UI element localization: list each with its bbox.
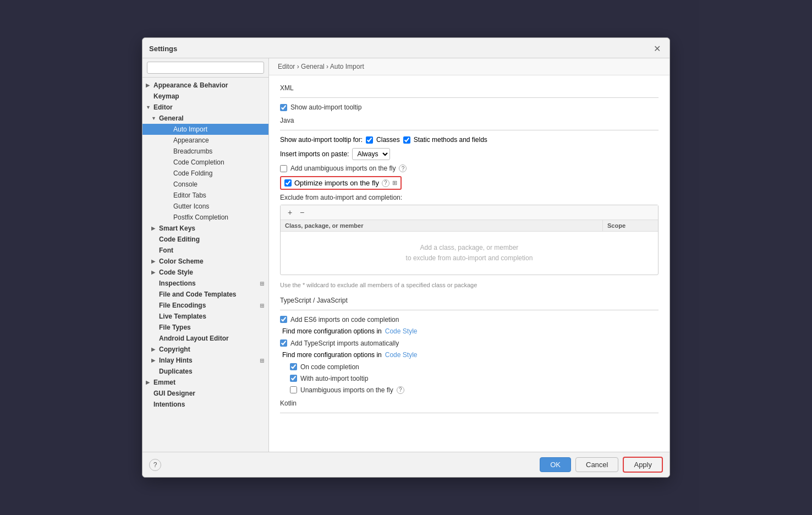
kotlin-section-label: Kotlin (280, 399, 659, 407)
expand-icon (166, 171, 171, 176)
expand-icon (151, 369, 157, 374)
ts-find-more2-row: Find more configuration options in Code … (282, 351, 659, 359)
sidebar-item-gutter-icons[interactable]: Gutter Icons (142, 201, 268, 212)
optimize-imports-help-icon[interactable]: ? (382, 179, 389, 187)
sidebar-item-file-code-templates[interactable]: File and Code Templates (142, 289, 268, 300)
sidebar-item-android-layout-editor[interactable]: Android Layout Editor (142, 333, 268, 344)
ts-on-code-completion-checkbox[interactable] (290, 363, 297, 370)
expand-icon (151, 281, 157, 286)
dialog-body: ▶ Appearance & Behavior Keymap ▼ Editor (142, 58, 670, 452)
table-empty-message: Add a class, package, or member to exclu… (281, 232, 658, 275)
sidebar-item-smart-keys[interactable]: ▶ Smart Keys (142, 223, 268, 234)
content-area: XML Show auto-import tooltip Java Show a… (269, 75, 670, 452)
cancel-button[interactable]: Cancel (575, 457, 618, 472)
sidebar-item-duplicates[interactable]: Duplicates (142, 366, 268, 377)
xml-show-tooltip-label: Show auto-import tooltip (290, 103, 361, 111)
optimize-imports-highlight: Optimize imports on the fly ? ⊞ (280, 176, 402, 190)
java-divider (280, 130, 659, 130)
sidebar-item-editor-tabs[interactable]: Editor Tabs (142, 190, 268, 201)
sidebar-item-code-folding[interactable]: Code Folding (142, 168, 268, 179)
ts-add-es6-checkbox[interactable] (280, 316, 287, 323)
title-bar: Settings ✕ (142, 38, 670, 58)
xml-divider (280, 97, 659, 98)
col-name-header: Class, package, or member (281, 220, 603, 231)
sidebar-item-appearance[interactable]: Appearance (142, 135, 268, 146)
sidebar-item-gui-designer[interactable]: GUI Designer (142, 388, 268, 399)
sidebar: ▶ Appearance & Behavior Keymap ▼ Editor (142, 58, 269, 452)
expand-icon (151, 237, 157, 242)
help-button[interactable]: ? (149, 459, 161, 471)
sidebar-item-editor[interactable]: ▼ Editor (142, 102, 268, 113)
sidebar-item-keymap[interactable]: Keymap (142, 91, 268, 102)
sidebar-item-general[interactable]: ▼ General (142, 113, 268, 124)
expand-icon (146, 391, 151, 396)
optimize-imports-copy-icon[interactable]: ⊞ (392, 179, 397, 187)
ts-on-code-completion-label: On code completion (300, 363, 359, 371)
dialog-footer: ? OK Cancel Apply (142, 452, 670, 477)
expand-icon: ▶ (151, 270, 157, 275)
sidebar-item-console[interactable]: Console (142, 179, 268, 190)
add-unambiguous-checkbox[interactable] (280, 165, 287, 172)
sidebar-item-inlay-hints[interactable]: ▶ Inlay Hints ⊞ (142, 355, 268, 366)
optimize-imports-checkbox[interactable] (284, 179, 292, 187)
remove-exclude-button[interactable]: − (297, 207, 307, 217)
xml-show-tooltip-checkbox[interactable] (280, 104, 287, 111)
ts-add-ts-checkbox[interactable] (280, 339, 287, 347)
sidebar-item-postfix-completion[interactable]: Postfix Completion (142, 212, 268, 223)
java-classes-checkbox[interactable] (366, 136, 373, 144)
ts-add-ts-row: Add TypeScript imports automatically (280, 339, 659, 347)
sidebar-item-appearance-behavior[interactable]: ▶ Appearance & Behavior (142, 80, 268, 91)
ts-unambiguous-checkbox[interactable] (290, 386, 297, 393)
expand-icon (151, 303, 157, 308)
col-scope-header: Scope (603, 220, 658, 231)
wildcard-note: Use the * wildcard to exclude all member… (280, 281, 659, 290)
sidebar-item-code-completion[interactable]: Code Completion (142, 157, 268, 168)
sidebar-item-file-encodings[interactable]: File Encodings ⊞ (142, 300, 268, 311)
sidebar-item-font[interactable]: Font (142, 245, 268, 256)
insert-imports-select[interactable]: Always Ask Never (352, 148, 390, 160)
add-unambiguous-row: Add unambiguous imports on the fly ? (280, 165, 659, 172)
ts-code-style-link1[interactable]: Code Style (385, 327, 418, 335)
sidebar-item-file-types[interactable]: File Types (142, 322, 268, 333)
sidebar-item-inspections[interactable]: Inspections ⊞ (142, 278, 268, 289)
java-show-tooltip-row: Show auto-import tooltip for: Classes St… (280, 136, 659, 144)
add-exclude-button[interactable]: + (285, 207, 295, 217)
expand-icon: ▶ (146, 83, 151, 88)
java-static-label: Static methods and fields (414, 136, 487, 144)
ts-add-ts-label: Add TypeScript imports automatically (290, 339, 399, 347)
insert-imports-row: Insert imports on paste: Always Ask Neve… (280, 148, 659, 160)
sidebar-item-breadcrumbs[interactable]: Breadcrumbs (142, 146, 268, 157)
ts-code-style-link2[interactable]: Code Style (385, 351, 418, 359)
expand-icon (146, 402, 151, 407)
expand-icon (146, 94, 151, 99)
ts-unambiguous-help-icon[interactable]: ? (397, 386, 404, 394)
sidebar-item-code-style[interactable]: ▶ Code Style (142, 267, 268, 278)
ts-add-es6-label: Add ES6 imports on code completion (290, 316, 399, 324)
expand-icon (166, 193, 171, 198)
apply-button[interactable]: Apply (623, 457, 663, 473)
insert-imports-label: Insert imports on paste: (280, 150, 349, 158)
table-header: Class, package, or member Scope (281, 220, 658, 232)
add-unambiguous-label: Add unambiguous imports on the fly (290, 165, 396, 172)
ts-find-more2-label: Find more configuration options in (282, 351, 382, 359)
table-toolbar: + − (281, 205, 658, 220)
ts-find-more1-label: Find more configuration options in (282, 327, 382, 335)
file-encodings-badge: ⊞ (260, 303, 264, 309)
sidebar-item-copyright[interactable]: ▶ Copyright (142, 344, 268, 355)
add-unambiguous-help-icon[interactable]: ? (399, 165, 407, 172)
sidebar-item-live-templates[interactable]: Live Templates (142, 311, 268, 322)
ts-with-auto-import-checkbox[interactable] (290, 375, 297, 382)
expand-icon (166, 160, 171, 165)
close-button[interactable]: ✕ (651, 42, 663, 54)
sidebar-item-emmet[interactable]: ▶ Emmet (142, 377, 268, 388)
search-input[interactable] (147, 62, 264, 74)
sidebar-item-code-editing[interactable]: Code Editing (142, 234, 268, 245)
java-static-checkbox[interactable] (403, 136, 410, 144)
settings-dialog: Settings ✕ ▶ Appearance & Behavior (142, 37, 670, 478)
sidebar-item-intentions[interactable]: Intentions (142, 399, 268, 410)
ts-add-es6-row: Add ES6 imports on code completion (280, 316, 659, 324)
sidebar-item-color-scheme[interactable]: ▶ Color Scheme (142, 256, 268, 267)
sidebar-item-auto-import[interactable]: Auto Import (142, 124, 268, 135)
ok-button[interactable]: OK (540, 457, 571, 472)
kotlin-divider (280, 413, 659, 413)
